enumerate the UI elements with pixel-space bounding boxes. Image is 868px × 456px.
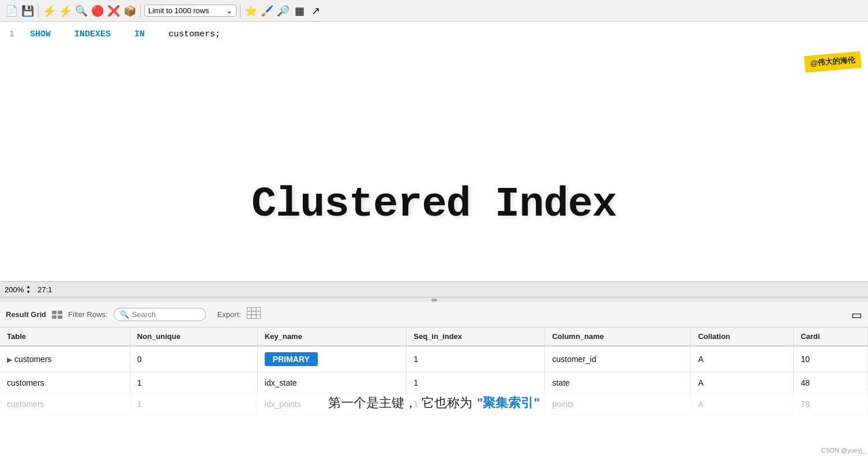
col-cardinality: Cardi xyxy=(794,327,868,346)
col-column-name: Column_name xyxy=(545,327,691,346)
cell-cardinality: 10 xyxy=(794,346,868,372)
search-box[interactable]: 🔍 xyxy=(114,308,206,321)
search-input[interactable] xyxy=(132,310,196,319)
result-grid-label: Result Grid xyxy=(6,310,46,319)
keyword-show: SHOW xyxy=(30,28,51,42)
clustered-index-title: Clustered Index xyxy=(0,172,868,238)
cell-table: customers xyxy=(0,394,130,415)
line-number: 1 xyxy=(9,28,21,42)
execute-icon[interactable]: ⚡ xyxy=(42,4,56,18)
export-grid-icon xyxy=(247,307,261,319)
svg-rect-2 xyxy=(52,315,57,319)
row-limit-label: Limit to 1000 rows xyxy=(148,6,209,15)
grid-icon xyxy=(52,311,62,319)
cell-cardinality: 48 xyxy=(794,372,868,394)
svg-rect-1 xyxy=(58,311,62,314)
keyword-in: IN xyxy=(134,28,145,42)
col-table: Table xyxy=(0,327,130,346)
search-icon[interactable]: 🔍 xyxy=(74,4,88,18)
cell-collation: A xyxy=(691,394,794,415)
cell-cardinality: 78 xyxy=(794,394,868,415)
scroll-thumb xyxy=(431,299,437,302)
cell-key-name: idx_state xyxy=(257,372,406,394)
svg-rect-4 xyxy=(247,307,261,319)
svg-rect-3 xyxy=(58,315,62,319)
toolbar-separator-3 xyxy=(240,5,241,17)
grid-view-icon[interactable]: ▦ xyxy=(292,4,306,18)
sql-line-1: 1 SHOW INDEXES IN customers; xyxy=(9,28,859,42)
cell-key-name: PRIMARY xyxy=(257,346,406,372)
export-icon[interactable] xyxy=(247,307,261,322)
table-row[interactable]: customers 1 idx_state 1 state A 48 xyxy=(0,372,868,394)
zoom-value: 200% xyxy=(5,285,24,294)
result-table-wrapper: Table Non_unique Key_name Seq_in_index C… xyxy=(0,327,868,415)
cursor-position: 27:1 xyxy=(37,285,52,294)
zoom-arrows[interactable]: ▲▼ xyxy=(26,284,31,295)
keyword-indexes: INDEXES xyxy=(74,28,111,42)
table-row[interactable]: customers 1 idx_points 1 points A 78 xyxy=(0,394,868,415)
sql-plain: customers; xyxy=(168,28,220,42)
grid-view-btn[interactable] xyxy=(52,311,62,319)
filter-rows-label: Filter Rows: xyxy=(68,310,108,319)
export-label: Export: xyxy=(217,310,241,319)
panel-toggle-btn[interactable]: ▭ xyxy=(851,308,862,322)
status-bar: 200% ▲▼ 27:1 xyxy=(0,281,868,297)
new-file-icon[interactable]: 📄 xyxy=(5,4,18,18)
zoom-control[interactable]: 200% ▲▼ xyxy=(5,284,31,295)
row-limit-select[interactable]: Limit to 1000 rows ⌄ xyxy=(144,5,236,17)
cell-non-unique: 1 xyxy=(130,394,257,415)
cell-column-name: points xyxy=(545,394,691,415)
cell-column-name: state xyxy=(545,372,691,394)
svg-rect-0 xyxy=(52,311,57,314)
chevron-icon: ⌄ xyxy=(226,6,232,15)
save-icon[interactable]: 💾 xyxy=(21,4,35,18)
cell-collation: A xyxy=(691,372,794,394)
col-key-name: Key_name xyxy=(257,327,406,346)
cell-collation: A xyxy=(691,346,794,372)
cell-seq: 1 xyxy=(407,346,545,372)
cell-table: customers xyxy=(0,372,130,394)
export2-icon[interactable]: ↗ xyxy=(309,4,322,18)
toolbar-separator xyxy=(38,5,39,17)
import-icon[interactable]: 📦 xyxy=(123,4,137,18)
col-collation: Collation xyxy=(691,327,794,346)
toolbar: 📄 💾 ⚡ ⚡ 🔍 🔴 ❌ 📦 Limit to 1000 rows ⌄ ⭐ 🖌… xyxy=(0,0,868,22)
cell-seq: 1 xyxy=(407,394,545,415)
toolbar-separator-2 xyxy=(140,5,141,17)
primary-badge: PRIMARY xyxy=(265,352,318,366)
cell-table: ▶customers xyxy=(0,346,130,372)
cell-column-name: customer_id xyxy=(545,346,691,372)
stop-red-icon[interactable]: 🔴 xyxy=(91,4,104,18)
result-table: Table Non_unique Key_name Seq_in_index C… xyxy=(0,327,868,415)
col-seq-in-index: Seq_in_index xyxy=(407,327,545,346)
table-header-row: Table Non_unique Key_name Seq_in_index C… xyxy=(0,327,868,346)
cell-seq: 1 xyxy=(407,372,545,394)
cell-key-name: idx_points xyxy=(257,394,406,415)
horizontal-scrollbar[interactable] xyxy=(0,297,868,302)
star-icon[interactable]: ⭐ xyxy=(244,4,258,18)
cell-non-unique: 0 xyxy=(130,346,257,372)
col-non-unique: Non_unique xyxy=(130,327,257,346)
search-icon: 🔍 xyxy=(120,310,129,319)
execute-current-icon[interactable]: ⚡ xyxy=(58,4,72,18)
sql-editor[interactable]: 1 SHOW INDEXES IN customers; Clustered I… xyxy=(0,22,868,281)
result-grid-header: Result Grid Filter Rows: 🔍 Export: ▭ xyxy=(0,302,868,327)
magnify-icon[interactable]: 🔎 xyxy=(276,4,290,18)
watermark: @伟大的海伦 xyxy=(804,51,862,73)
cell-non-unique: 1 xyxy=(130,372,257,394)
table-row[interactable]: ▶customers 0 PRIMARY 1 customer_id A 10 xyxy=(0,346,868,372)
cancel-icon[interactable]: ❌ xyxy=(107,4,121,18)
brush-icon[interactable]: 🖌️ xyxy=(260,4,274,18)
row-marker: ▶ xyxy=(7,356,12,364)
csdn-badge: CSDN @yueyj_ xyxy=(821,447,866,454)
